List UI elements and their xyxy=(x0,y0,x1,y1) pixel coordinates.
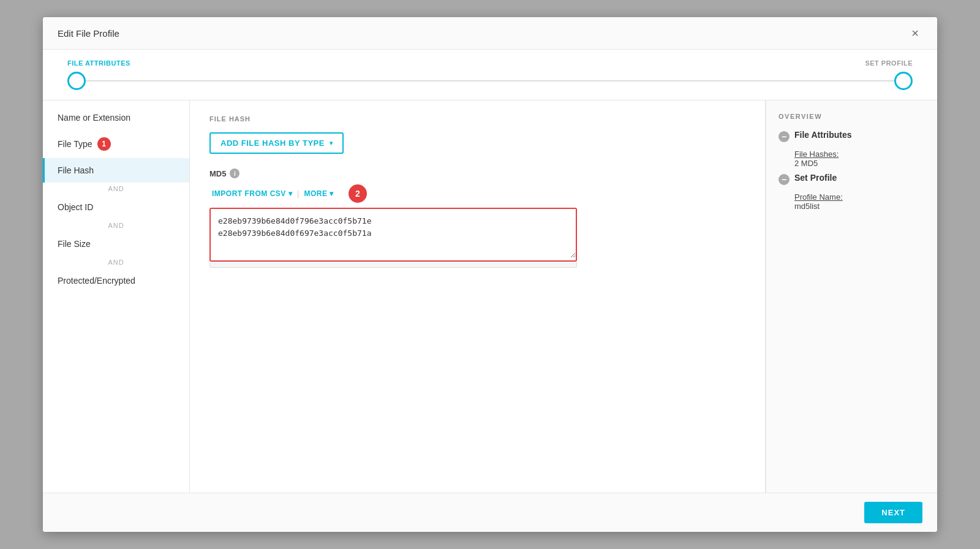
md5-section-label: MD5 i xyxy=(209,168,745,178)
sidebar-item-protected-encrypted[interactable]: Protected/Encrypted xyxy=(43,268,189,293)
overview-file-hashes-detail: File Hashes: 2 MD5 xyxy=(778,150,925,168)
add-hash-btn-label: ADD FILE HASH BY TYPE xyxy=(221,138,325,148)
hash-textarea[interactable]: e28eb9739b6e84d0f796e3acc0f5b71e e28eb97… xyxy=(211,209,576,258)
sidebar-item-file-hash[interactable]: File Hash xyxy=(43,158,189,183)
next-button[interactable]: NEXT xyxy=(864,502,922,523)
hash-textarea-bottom-bar xyxy=(209,262,577,268)
stepper-line-bg xyxy=(78,80,902,81)
modal-body: Name or Extension File Type 1 File Hash … xyxy=(43,100,937,493)
main-content: FILE HASH ADD FILE HASH BY TYPE ▾ MD5 i … xyxy=(190,100,766,493)
hash-textarea-wrapper: e28eb9739b6e84d0f796e3acc0f5b71e e28eb97… xyxy=(209,208,577,262)
more-button[interactable]: MORE ▾ xyxy=(301,189,336,198)
file-hashes-value: 2 MD5 xyxy=(794,159,925,168)
minus-icon-1: − xyxy=(778,131,790,142)
hash-actions: IMPORT FROM CSV ▾ | MORE ▾ 2 xyxy=(209,184,745,203)
modal-header: Edit File Profile × xyxy=(43,17,937,50)
sidebar-item-object-id[interactable]: Object ID xyxy=(43,195,189,219)
step2-label: SET PROFILE xyxy=(865,59,913,67)
file-hash-section-title: FILE HASH xyxy=(209,115,745,123)
sidebar-item-file-type[interactable]: File Type 1 xyxy=(43,130,189,158)
modal-footer: NEXT xyxy=(43,493,937,532)
overview-set-profile-title: Set Profile xyxy=(794,173,837,183)
file-hashes-label: File Hashes: xyxy=(794,150,925,159)
md5-label: MD5 xyxy=(209,169,226,178)
chevron-down-icon: ▾ xyxy=(330,140,333,146)
modal-container: Edit File Profile × FILE ATTRIBUTES SET … xyxy=(43,17,937,532)
modal-title: Edit File Profile xyxy=(58,28,119,39)
info-icon: i xyxy=(230,168,239,178)
import-csv-chevron-icon: ▾ xyxy=(288,189,293,198)
overview-profile-name-detail: Profile Name: md5list xyxy=(778,192,925,211)
and-divider-1: AND xyxy=(43,183,189,195)
sidebar-item-file-size[interactable]: File Size xyxy=(43,232,189,256)
more-chevron-icon: ▾ xyxy=(330,189,334,198)
step2-dot xyxy=(894,72,913,90)
hash-input-area: e28eb9739b6e84d0f796e3acc0f5b71e e28eb97… xyxy=(209,208,745,262)
stepper-track xyxy=(67,72,913,90)
import-from-csv-button[interactable]: IMPORT FROM CSV ▾ xyxy=(209,189,295,198)
sidebar-item-name-or-extension[interactable]: Name or Extension xyxy=(43,105,189,130)
overview-title: OVERVIEW xyxy=(778,113,925,120)
action-divider: | xyxy=(297,189,299,198)
step1-label: FILE ATTRIBUTES xyxy=(67,59,130,67)
step1-dot xyxy=(67,72,86,90)
overview-panel: OVERVIEW − File Attributes File Hashes: … xyxy=(766,100,937,493)
minus-icon-2: − xyxy=(778,174,790,185)
add-file-hash-button[interactable]: ADD FILE HASH BY TYPE ▾ xyxy=(209,132,344,154)
stepper: FILE ATTRIBUTES SET PROFILE xyxy=(43,50,937,100)
overview-set-profile-section: − Set Profile xyxy=(778,173,925,185)
close-button[interactable]: × xyxy=(908,26,922,40)
file-type-badge: 1 xyxy=(97,137,111,151)
overview-file-attributes-section: − File Attributes xyxy=(778,130,925,142)
and-divider-2: AND xyxy=(43,219,189,232)
overview-file-attributes-title: File Attributes xyxy=(794,130,852,140)
profile-name-value: md5list xyxy=(794,202,925,211)
and-divider-3: AND xyxy=(43,256,189,268)
profile-name-label: Profile Name: xyxy=(794,192,925,202)
step2-bubble: 2 xyxy=(349,184,367,203)
sidebar: Name or Extension File Type 1 File Hash … xyxy=(43,100,190,493)
